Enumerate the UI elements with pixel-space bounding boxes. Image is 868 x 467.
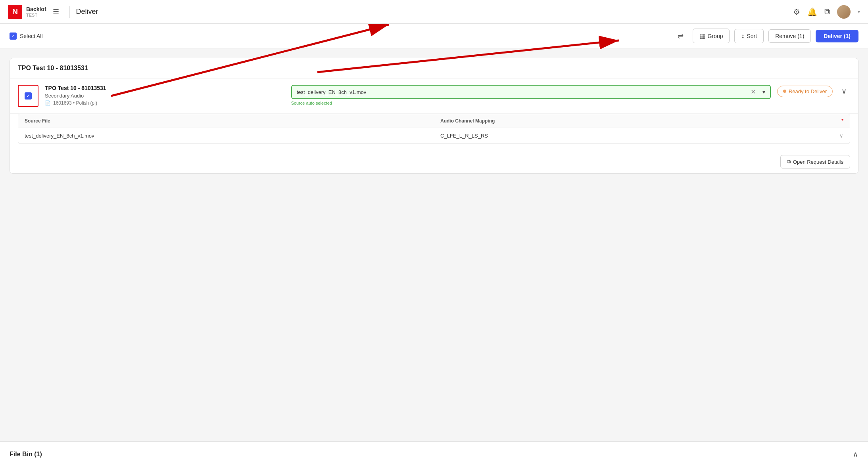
status-dot <box>783 90 786 93</box>
checkbox-check-icon: ✓ <box>11 34 15 38</box>
header-divider <box>69 6 70 18</box>
table-mapping: C_LFE_L_R_LS_RS ∨ <box>434 128 850 144</box>
netflix-logo: N <box>8 5 22 19</box>
item-info: TPO Test 10 - 81013531 Secondary Audio 📄… <box>45 85 285 106</box>
settings-icon[interactable]: ⚙ <box>793 7 800 17</box>
deliver-button[interactable]: Deliver (1) <box>816 30 858 42</box>
mapping-dropdown-icon[interactable]: ∨ <box>839 133 843 139</box>
toolbar: ✓ Select All ⇌ ▦ Group ↕ Sort Remove (1)… <box>0 24 868 48</box>
external-link-icon[interactable]: ⧉ <box>824 7 830 16</box>
status-badge: Ready to Deliver <box>777 86 833 97</box>
avatar[interactable] <box>837 5 851 19</box>
group-icon: ▦ <box>699 32 705 40</box>
delivery-card: TPO Test 10 - 81013531 ✓ TPO Test 10 - 8… <box>10 58 858 174</box>
select-all-checkbox[interactable]: ✓ <box>10 33 17 40</box>
card-item-row: ✓ TPO Test 10 - 81013531 Secondary Audio… <box>10 78 858 114</box>
table-source-file: test_delivery_EN_8ch_v1.mov <box>18 128 434 144</box>
main-content: TPO Test 10 - 81013531 ✓ TPO Test 10 - 8… <box>0 48 868 189</box>
bell-icon[interactable]: 🔔 <box>807 7 817 17</box>
filter-icon[interactable]: ⇌ <box>674 29 688 43</box>
source-auto-label: Source auto selected <box>291 101 771 105</box>
status-area: Ready to Deliver ∨ <box>777 85 850 98</box>
card-title: TPO Test 10 - 81013531 <box>18 65 88 71</box>
meta-icon: 📄 <box>45 100 51 106</box>
group-button[interactable]: ▦ Group <box>693 29 730 43</box>
select-all-container: ✓ Select All <box>10 33 43 40</box>
sort-button[interactable]: ↕ Sort <box>734 29 764 43</box>
brand-sub: TEST <box>26 13 46 17</box>
required-star: * <box>841 118 843 124</box>
expand-button[interactable]: ∨ <box>837 85 850 98</box>
source-clear-icon[interactable]: ✕ <box>751 89 756 95</box>
item-title: TPO Test 10 - 81013531 <box>45 85 285 91</box>
brand-info: Backlot TEST <box>26 6 46 17</box>
avatar-dropdown-icon[interactable]: ▾ <box>858 9 860 15</box>
source-input-wrapper[interactable]: test_delivery_EN_8ch_v1.mov ✕ ▾ <box>291 85 771 99</box>
source-dropdown-icon[interactable]: ▾ <box>759 89 765 95</box>
sort-icon: ↕ <box>741 33 744 40</box>
detail-table: Source File Audio Channel Mapping * test… <box>18 114 850 144</box>
item-checkbox-check: ✓ <box>26 93 30 99</box>
col-mapping-header: Audio Channel Mapping * <box>434 114 850 128</box>
page-title: Deliver <box>76 8 98 16</box>
avatar-image <box>837 5 851 19</box>
group-label: Group <box>708 33 723 39</box>
status-text: Ready to Deliver <box>789 88 827 94</box>
item-meta-text: 1601693 • Polish (pl) <box>53 100 97 106</box>
select-all-label: Select All <box>20 33 43 39</box>
menu-icon[interactable]: ☰ <box>53 8 59 16</box>
card-header: TPO Test 10 - 81013531 <box>10 58 858 78</box>
brand-name: Backlot <box>26 6 46 13</box>
source-file-text: test_delivery_EN_8ch_v1.mov <box>297 89 747 95</box>
header: N Backlot TEST ☰ Deliver ⚙ 🔔 ⧉ ▾ <box>0 0 868 24</box>
item-meta: 📄 1601693 • Polish (pl) <box>45 100 285 106</box>
header-right: ⚙ 🔔 ⧉ ▾ <box>793 5 860 19</box>
col-source-header: Source File <box>18 114 434 128</box>
table-header: Source File Audio Channel Mapping * <box>18 114 850 128</box>
open-request-icon: ⧉ <box>787 159 791 165</box>
open-request-button[interactable]: ⧉ Open Request Details <box>780 155 850 168</box>
remove-button[interactable]: Remove (1) <box>768 29 811 43</box>
item-subtitle: Secondary Audio <box>45 93 285 99</box>
source-container: test_delivery_EN_8ch_v1.mov ✕ ▾ Source a… <box>291 85 771 105</box>
sort-label: Sort <box>747 33 757 39</box>
open-request-row: ⧉ Open Request Details <box>10 150 858 173</box>
item-checkbox-wrapper[interactable]: ✓ <box>18 85 38 107</box>
open-request-label: Open Request Details <box>793 159 843 165</box>
table-row: test_delivery_EN_8ch_v1.mov C_LFE_L_R_LS… <box>18 128 850 144</box>
item-checkbox[interactable]: ✓ <box>25 92 32 100</box>
logo-area: N Backlot TEST <box>8 5 46 19</box>
